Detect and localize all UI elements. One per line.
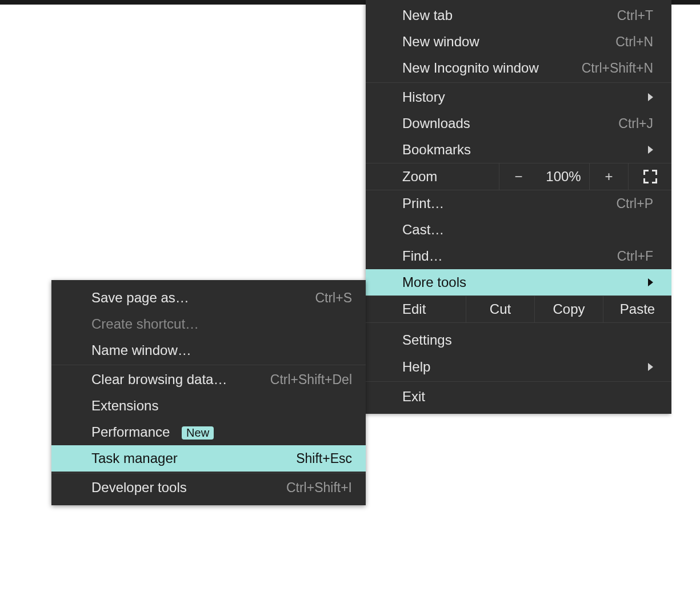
- menu-item-label: New Incognito window: [402, 60, 582, 76]
- menu-item-performance[interactable]: Performance New: [51, 419, 366, 445]
- menu-item-label: Find…: [402, 248, 617, 264]
- menu-zoom-row: Zoom − 100% +: [366, 163, 671, 190]
- menu-item-bookmarks[interactable]: Bookmarks: [366, 137, 671, 163]
- menu-item-extensions[interactable]: Extensions: [51, 393, 366, 419]
- menu-item-label: More tools: [402, 274, 642, 290]
- menu-item-label: Print…: [402, 195, 616, 211]
- menu-item-label: Name window…: [91, 342, 352, 358]
- menu-item-label: New window: [402, 34, 615, 50]
- chevron-right-icon: [648, 363, 653, 371]
- menu-item-task-manager[interactable]: Task manager Shift+Esc: [51, 445, 366, 472]
- menu-item-new-tab[interactable]: New tab Ctrl+T: [366, 2, 671, 29]
- menu-item-label: Downloads: [402, 115, 618, 131]
- edit-label: Edit: [366, 301, 466, 317]
- menu-item-shortcut: Ctrl+Shift+I: [286, 480, 352, 496]
- menu-item-shortcut: Ctrl+J: [618, 116, 653, 131]
- chevron-right-icon: [648, 93, 653, 101]
- menu-edit-row: Edit Cut Copy Paste: [366, 295, 671, 323]
- menu-item-create-shortcut: Create shortcut…: [51, 311, 366, 337]
- menu-item-print[interactable]: Print… Ctrl+P: [366, 190, 671, 217]
- more-tools-submenu: Save page as… Ctrl+S Create shortcut… Na…: [51, 280, 366, 505]
- menu-item-save-page-as[interactable]: Save page as… Ctrl+S: [51, 285, 366, 311]
- menu-item-shortcut: Ctrl+F: [617, 249, 653, 264]
- fullscreen-button[interactable]: [628, 163, 671, 190]
- menu-item-find[interactable]: Find… Ctrl+F: [366, 243, 671, 269]
- menu-item-shortcut: Shift+Esc: [296, 451, 352, 466]
- menu-item-more-tools[interactable]: More tools: [366, 269, 671, 295]
- minus-icon: −: [514, 169, 522, 185]
- menu-separator: [51, 473, 366, 473]
- menu-item-label: Developer tools: [91, 480, 286, 496]
- menu-item-shortcut: Ctrl+Shift+Del: [270, 372, 352, 388]
- menu-item-label: Create shortcut…: [91, 316, 352, 332]
- menu-separator: [366, 82, 671, 83]
- menu-item-shortcut: Ctrl+P: [616, 196, 653, 211]
- menu-item-help[interactable]: Help: [366, 354, 671, 380]
- menu-item-name-window[interactable]: Name window…: [51, 337, 366, 364]
- zoom-label: Zoom: [366, 169, 499, 185]
- paste-button[interactable]: Paste: [603, 296, 671, 322]
- menu-item-developer-tools[interactable]: Developer tools Ctrl+Shift+I: [51, 474, 366, 501]
- menu-item-downloads[interactable]: Downloads Ctrl+J: [366, 110, 671, 137]
- menu-item-label: Task manager: [91, 450, 296, 466]
- menu-item-label: Settings: [402, 332, 653, 348]
- zoom-value: 100%: [538, 163, 589, 190]
- cut-button[interactable]: Cut: [466, 296, 534, 322]
- menu-item-new-window[interactable]: New window Ctrl+N: [366, 29, 671, 55]
- menu-item-new-incognito[interactable]: New Incognito window Ctrl+Shift+N: [366, 55, 671, 81]
- menu-item-shortcut: Ctrl+Shift+N: [582, 61, 653, 76]
- menu-item-settings[interactable]: Settings: [366, 326, 671, 354]
- menu-item-exit[interactable]: Exit: [366, 383, 671, 410]
- menu-item-cast[interactable]: Cast…: [366, 217, 671, 243]
- menu-item-label: Clear browsing data…: [91, 372, 270, 388]
- copy-button[interactable]: Copy: [534, 296, 603, 322]
- menu-separator: [51, 365, 366, 365]
- menu-item-label: New tab: [402, 7, 617, 23]
- menu-item-shortcut: Ctrl+S: [315, 290, 352, 306]
- menu-item-history[interactable]: History: [366, 84, 671, 110]
- chevron-right-icon: [648, 146, 653, 154]
- zoom-out-button[interactable]: −: [499, 163, 538, 190]
- chevron-right-icon: [648, 278, 653, 286]
- menu-item-shortcut: Ctrl+N: [615, 34, 653, 50]
- menu-item-label: Bookmarks: [402, 142, 642, 158]
- menu-item-label: Exit: [402, 389, 653, 405]
- menu-item-label: Extensions: [91, 398, 352, 414]
- menu-item-label: Save page as…: [91, 290, 315, 306]
- zoom-in-button[interactable]: +: [589, 163, 628, 190]
- main-menu: New tab Ctrl+T New window Ctrl+N New Inc…: [366, 0, 671, 414]
- plus-icon: +: [605, 169, 613, 185]
- menu-item-clear-browsing-data[interactable]: Clear browsing data… Ctrl+Shift+Del: [51, 366, 366, 393]
- menu-item-label: History: [402, 89, 642, 105]
- menu-item-shortcut: Ctrl+T: [617, 8, 653, 23]
- menu-item-label: Performance New: [91, 424, 352, 440]
- menu-item-label: Cast…: [402, 222, 653, 238]
- fullscreen-icon: [643, 170, 657, 183]
- menu-separator: [366, 381, 671, 382]
- menu-item-label: Help: [402, 359, 642, 375]
- new-badge: New: [182, 426, 214, 440]
